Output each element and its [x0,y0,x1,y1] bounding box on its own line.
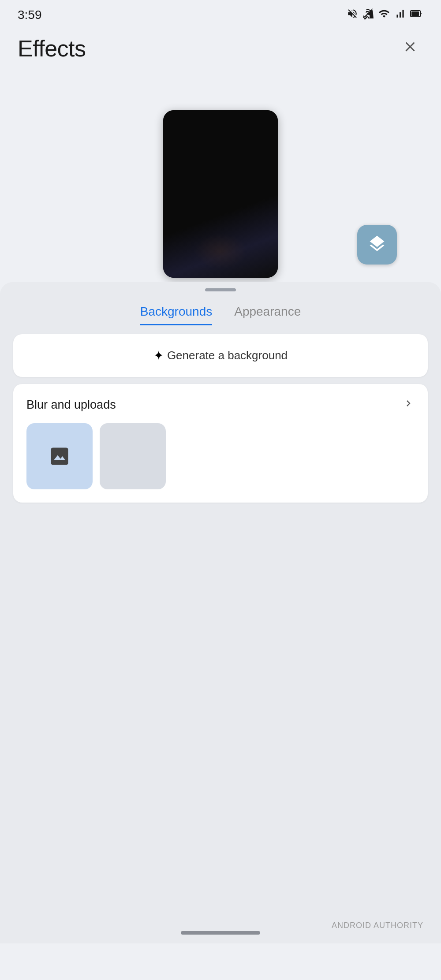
attribution-label: ANDROID AUTHORITY [332,921,423,930]
generate-background-button[interactable]: ✦ Generate a background [13,334,428,377]
close-icon [402,39,418,59]
battery-icon [410,8,423,22]
bottom-nav-indicator [181,931,260,935]
sheet-handle [205,288,236,291]
close-button[interactable] [397,35,423,62]
svg-rect-1 [411,11,419,16]
thumbnails-row [26,423,415,489]
wand-icon: ✦ [153,348,164,363]
preview-area [18,75,423,278]
background-thumbnail-1[interactable] [100,423,166,489]
upload-image-button[interactable] [26,423,93,489]
tabs-row: Backgrounds Appearance [0,305,441,330]
tab-appearance[interactable]: Appearance [234,305,301,325]
phone-preview [163,110,278,278]
layers-icon [367,234,387,255]
tab-backgrounds[interactable]: Backgrounds [140,305,212,325]
phone-wifi-icon [363,8,374,22]
mute-icon [347,8,358,22]
header-row: Effects [18,35,423,62]
status-bar: 3:59 [0,0,441,26]
phone-screen [163,110,278,278]
chevron-right-icon [402,397,415,413]
bottom-sheet: Backgrounds Appearance ✦ Generate a back… [0,282,441,943]
page-title: Effects [18,35,86,62]
generate-button-label: Generate a background [167,349,288,362]
blur-header: Blur and uploads [26,397,415,413]
signal-icon [394,8,406,22]
status-time: 3:59 [18,8,42,22]
status-icons-group [347,8,423,22]
upload-icon-wrap [48,445,71,468]
blur-section-title: Blur and uploads [26,398,116,412]
blur-uploads-section[interactable]: Blur and uploads [13,384,428,503]
top-section: Effects [0,26,441,278]
wifi-icon [378,8,390,22]
layers-fab-button[interactable] [357,225,397,265]
